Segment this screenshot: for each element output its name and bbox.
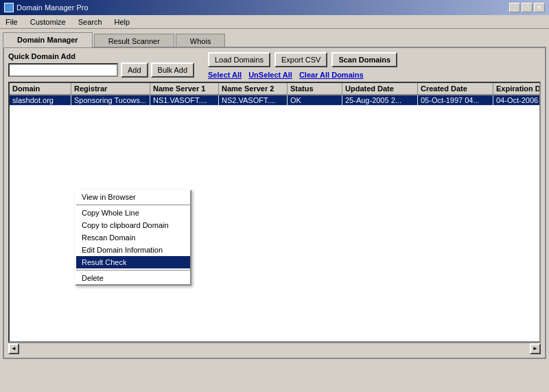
export-csv-button[interactable]: Export CSV [274,52,327,67]
cell-domain: slashdot.org [10,95,71,105]
cell-registrar: Sponsoring Tucows... [71,95,150,105]
cell-status: OK [288,95,342,105]
cell-ns2: NS2.VASOFT.... [219,95,288,105]
main-window: Domain Manager Result Scanner Whois Quic… [0,29,549,362]
window-title: Domain Manager Pro [16,3,89,12]
table-row[interactable]: slashdot.org Sponsoring Tucows... NS1.VA… [10,95,539,106]
close-button[interactable]: ✕ [534,3,545,12]
ctx-separator-2 [76,270,190,270]
menu-customize[interactable]: Customize [27,17,69,27]
cell-created: 05-Oct-1997 04... [418,95,493,105]
main-panel: Quick Domain Add Add Bulk Add Load Domai… [3,47,546,359]
menu-file[interactable]: File [3,17,21,27]
domain-table: Domain Registrar Name Server 1 Name Serv… [8,82,541,343]
cell-ns1: NS1.VASOFT.... [150,95,219,105]
tab-row: Domain Manager Result Scanner Whois [3,32,546,47]
menu-help[interactable]: Help [112,17,133,27]
ctx-rescan[interactable]: Rescan Domain [76,231,190,244]
col-header-status: Status [288,83,342,94]
app-icon [4,3,14,12]
ctx-separator-1 [76,205,190,205]
col-header-ns2: Name Server 2 [219,83,288,94]
load-domains-button[interactable]: Load Domains [208,52,270,67]
cell-updated: 25-Aug-2005 2... [342,95,418,105]
horizontal-scrollbar: ◄ ► [8,343,541,354]
cell-expiration: 04-Oct-2006 0... [493,95,541,105]
toolbar-section: Load Domains Export CSV Scan Domains Sel… [208,52,397,80]
table-header: Domain Registrar Name Server 1 Name Serv… [10,83,539,95]
unselect-all-link[interactable]: UnSelect All [248,71,292,79]
maximize-button[interactable]: □ [522,3,533,12]
scroll-right-button[interactable]: ► [530,343,541,354]
ctx-copy-line[interactable]: Copy Whole Line [76,207,190,219]
menu-search[interactable]: Search [75,17,105,27]
col-header-registrar: Registrar [71,83,150,94]
col-header-created: Created Date [418,83,493,94]
select-all-link[interactable]: Select All [208,71,242,79]
quick-domain-label: Quick Domain Add [8,52,194,60]
ctx-view-browser[interactable]: View in Browser [76,191,190,203]
ctx-edit-info[interactable]: Edit Domain Information [76,244,190,256]
scroll-track[interactable] [19,343,530,354]
context-menu: View in Browser Copy Whole Line Copy to … [75,189,191,286]
ctx-delete[interactable]: Delete [76,272,190,284]
ctx-copy-domain[interactable]: Copy to clipboard Domain [76,219,190,231]
minimize-button[interactable]: _ [509,3,520,12]
ctx-result-check[interactable]: Result Check [76,256,190,268]
table-body: slashdot.org Sponsoring Tucows... NS1.VA… [10,95,539,106]
tab-domain-manager[interactable]: Domain Manager [3,32,93,47]
menu-bar: File Customize Search Help [0,15,549,29]
bulk-add-button[interactable]: Bulk Add [151,62,194,78]
title-bar-buttons: _ □ ✕ [509,3,545,12]
scan-domains-button[interactable]: Scan Domains [331,52,397,67]
quick-domain-section: Quick Domain Add Add Bulk Add [8,52,194,78]
clear-all-link[interactable]: Clear All Domains [299,71,364,79]
quick-domain-input[interactable] [8,63,118,77]
col-header-ns1: Name Server 1 [150,83,219,94]
col-header-expiration: Expiration Date [493,83,541,94]
add-button[interactable]: Add [121,62,148,78]
col-header-updated: Updated Date [342,83,418,94]
title-bar: Domain Manager Pro _ □ ✕ [0,0,549,15]
col-header-domain: Domain [10,83,71,94]
scroll-left-button[interactable]: ◄ [8,343,19,354]
